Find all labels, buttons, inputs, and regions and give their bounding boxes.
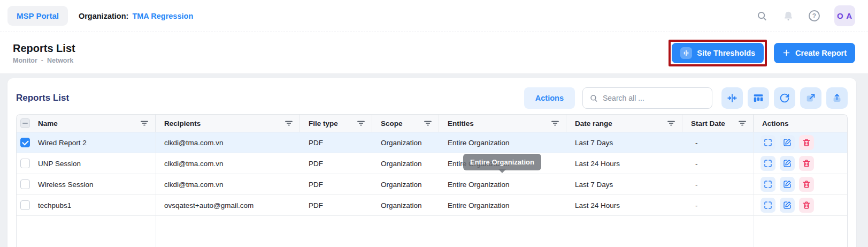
actions-button[interactable]: Actions [524, 87, 575, 109]
refresh-icon[interactable] [774, 87, 795, 109]
cell-recipients: clkdi@tma.com.vn [156, 132, 300, 153]
cell-scope: Organization [372, 132, 439, 153]
cell-name: Wired Report 2 [34, 132, 156, 153]
filter-icon[interactable] [357, 119, 365, 127]
help-icon[interactable]: ? [809, 10, 820, 21]
cell-file-type: PDF [300, 195, 372, 215]
entities-tooltip: Entire Organization [463, 154, 541, 170]
avatar[interactable]: O A [834, 5, 855, 26]
page-title: Reports List [13, 42, 75, 55]
filter-icon[interactable] [738, 119, 747, 127]
cell-actions [754, 132, 847, 153]
edit-icon[interactable] [780, 156, 795, 171]
cell-recipients: ovsqatest+auto@gmail.com [156, 195, 300, 215]
filter-icon[interactable] [551, 119, 559, 127]
organization-name-link[interactable]: TMA Regression [132, 12, 193, 20]
cell-start-date: - [682, 174, 754, 194]
search-icon[interactable] [756, 10, 768, 22]
top-navigation-bar: MSP Portal Organization: TMA Regression … [0, 0, 868, 32]
breadcrumb-separator: - [41, 57, 43, 64]
cell-scope: Organization [372, 174, 439, 194]
header-checkbox-cell [17, 115, 34, 132]
column-header-recipients[interactable]: Recipients [156, 115, 300, 132]
delete-icon[interactable] [799, 177, 814, 192]
delete-icon[interactable] [799, 198, 814, 213]
edit-icon[interactable] [780, 198, 795, 213]
cell-actions [754, 195, 847, 215]
table-row[interactable]: UNP Session clkdi@tma.com.vn PDF Organiz… [17, 153, 847, 174]
msp-portal-button[interactable]: MSP Portal [7, 6, 68, 26]
cell-date-range: Last 24 Hours [566, 195, 682, 215]
card-controls: Actions [524, 87, 848, 109]
filter-icon[interactable] [424, 119, 432, 127]
annotation-highlight-box: Site Thresholds [669, 40, 767, 66]
breadcrumb: Monitor - Network [13, 57, 75, 64]
cell-entities: Entire Organization [439, 132, 566, 153]
breadcrumb-monitor[interactable]: Monitor [13, 57, 37, 64]
column-header-date-range[interactable]: Date range [566, 115, 682, 132]
column-header-entities[interactable]: Entities [439, 115, 566, 132]
expand-icon[interactable] [761, 177, 775, 192]
cell-date-range: Last 7 Days [566, 174, 682, 194]
edit-icon[interactable] [780, 177, 795, 192]
plus-icon [782, 49, 790, 57]
expand-icon[interactable] [761, 135, 775, 150]
table-row[interactable]: techpubs1 ovsqatest+auto@gmail.com PDF O… [17, 195, 847, 216]
search-icon [589, 94, 598, 103]
column-header-start-date[interactable]: Start Date [682, 115, 754, 132]
filter-icon[interactable] [285, 119, 293, 127]
cell-date-range: Last 7 Days [566, 132, 682, 153]
cell-entities: Entire Organization [439, 195, 566, 215]
row-checkbox[interactable] [20, 159, 30, 168]
page-header: Reports List Monitor - Network Site Thre… [0, 32, 868, 74]
cell-actions [754, 153, 847, 174]
filter-icon[interactable] [667, 119, 675, 127]
column-header-file-type[interactable]: File type [300, 115, 372, 132]
column-header-scope[interactable]: Scope [372, 115, 439, 132]
site-thresholds-button[interactable]: Site Thresholds [672, 43, 764, 63]
collapse-columns-icon[interactable] [721, 87, 743, 109]
cell-entities: Entire Organization [439, 174, 566, 194]
delete-icon[interactable] [799, 135, 814, 150]
card-header: Reports List Actions [16, 86, 848, 110]
table-empty-area [17, 216, 847, 247]
cell-scope: Organization [372, 153, 439, 174]
cell-date-range: Last 24 Hours [566, 153, 682, 174]
cell-file-type: PDF [300, 132, 372, 153]
cell-file-type: PDF [300, 174, 372, 194]
actions-column-divider [754, 115, 754, 247]
delete-icon[interactable] [799, 156, 814, 171]
row-checkbox[interactable] [20, 179, 30, 189]
filter-icon[interactable] [140, 119, 149, 127]
cell-recipients: clkdi@tma.com.vn [156, 153, 300, 174]
column-header-name[interactable]: Name [34, 115, 156, 132]
table-row[interactable]: Wireless Session clkdi@tma.com.vn PDF Or… [17, 174, 847, 195]
create-report-button[interactable]: Create Report [774, 43, 855, 63]
manage-columns-icon[interactable] [748, 87, 769, 109]
open-in-new-icon[interactable] [800, 87, 821, 109]
search-input[interactable] [603, 94, 705, 102]
cell-name: Wireless Session [34, 174, 156, 194]
expand-icon[interactable] [761, 156, 775, 171]
organization-label: Organization: [79, 12, 128, 20]
header-action-buttons: Site Thresholds Create Report [669, 40, 855, 66]
expand-icon[interactable] [761, 198, 775, 213]
row-checkbox[interactable] [20, 200, 30, 210]
main-content: Reports List Actions [0, 74, 868, 247]
column-header-actions: Actions [754, 115, 847, 132]
reports-list-card: Reports List Actions [7, 78, 856, 247]
select-all-checkbox[interactable] [20, 118, 30, 128]
thresholds-sliders-icon [680, 47, 692, 59]
cell-recipients: clkdi@tma.com.vn [156, 174, 300, 194]
export-icon[interactable] [826, 87, 848, 109]
cell-start-date: - [682, 195, 754, 215]
site-thresholds-label: Site Thresholds [697, 49, 755, 57]
edit-icon[interactable] [780, 135, 795, 150]
table-row[interactable]: Wired Report 2 clkdi@tma.com.vn PDF Orga… [17, 132, 847, 153]
breadcrumb-network[interactable]: Network [47, 57, 73, 64]
notifications-bell-icon[interactable] [782, 10, 794, 22]
cell-file-type: PDF [300, 153, 372, 174]
cell-actions [754, 174, 847, 194]
pinned-column-divider [156, 115, 156, 247]
row-checkbox[interactable] [20, 138, 30, 147]
